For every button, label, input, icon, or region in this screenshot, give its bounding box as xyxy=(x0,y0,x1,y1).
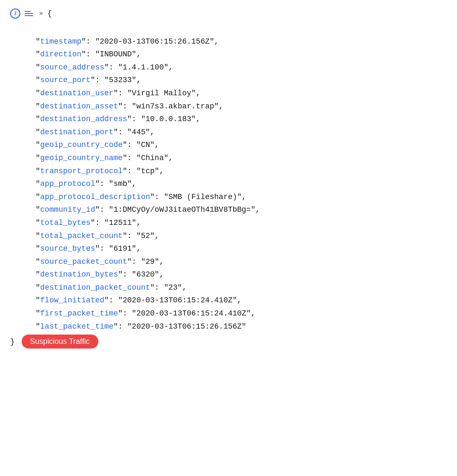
json-value: "29", xyxy=(141,257,164,266)
json-field-line: "community_id": "1:DMCyOy/oWJ3itaeOTh41B… xyxy=(10,203,447,216)
list-icon-bar-3 xyxy=(25,15,33,16)
json-field-line: "destination_bytes": "6320", xyxy=(10,268,447,281)
json-field-line: "first_packet_time": "2020-03-13T06:15:2… xyxy=(10,307,447,320)
indent-spacer xyxy=(10,203,36,216)
json-key[interactable]: destination_port xyxy=(40,128,114,136)
indent-spacer xyxy=(10,35,36,48)
json-value: "6191", xyxy=(109,244,141,253)
json-key[interactable]: destination_user xyxy=(40,89,114,97)
json-value: "2020-03-13T06:15:24.410Z", xyxy=(132,309,256,318)
json-field-line: "last_packet_time": "2020-03-13T06:15:26… xyxy=(10,320,447,333)
json-key[interactable]: source_address xyxy=(40,63,104,72)
indent-spacer xyxy=(10,126,36,139)
json-key[interactable]: destination_address xyxy=(40,115,127,123)
json-key[interactable]: flow_initiated xyxy=(40,296,104,304)
json-value: "53233", xyxy=(104,76,141,84)
indent-spacer xyxy=(10,281,36,294)
indent-spacer xyxy=(10,74,36,87)
indent-spacer xyxy=(10,242,36,255)
json-value: "52", xyxy=(137,232,159,240)
json-value: "2020-03-13T06:15:26.156Z", xyxy=(95,37,219,46)
json-key[interactable]: source_port xyxy=(40,76,91,84)
json-key[interactable]: geoip_country_name xyxy=(40,154,123,162)
json-value: "CN", xyxy=(137,141,159,149)
json-key[interactable]: source_bytes xyxy=(40,244,95,253)
indent-spacer xyxy=(10,87,36,100)
suspicious-traffic-badge[interactable]: Suspicious Traffic xyxy=(22,335,98,349)
chevron-icon: » xyxy=(39,10,43,17)
json-key[interactable]: timestamp xyxy=(40,37,81,46)
json-field-line: "source_port": "53233", xyxy=(10,74,447,87)
list-icon-bar-2 xyxy=(25,13,33,14)
json-value: "6320", xyxy=(132,270,164,279)
indent-spacer xyxy=(10,320,36,333)
json-value: "2020-03-13T06:15:24.410Z", xyxy=(118,296,242,304)
json-key[interactable]: last_packet_time xyxy=(40,322,114,331)
json-field-line: "geoip_country_name": "China", xyxy=(10,152,447,165)
json-field-line: "flow_initiated": "2020-03-13T06:15:24.4… xyxy=(10,294,447,307)
json-key[interactable]: transport_protocol xyxy=(40,167,123,175)
list-icon[interactable] xyxy=(25,8,35,19)
json-field-line: "transport_protocol": "tcp", xyxy=(10,165,447,178)
json-field-line: "timestamp": "2020-03-13T06:15:26.156Z", xyxy=(10,35,447,48)
json-field-line: "source_packet_count": "29", xyxy=(10,255,447,268)
json-viewer: "timestamp": "2020-03-13T06:15:26.156Z",… xyxy=(10,22,447,333)
json-field-line: "destination_port": "445", xyxy=(10,126,447,139)
json-value: "1.4.1.100", xyxy=(118,63,173,72)
json-key[interactable]: source_packet_count xyxy=(40,257,127,266)
json-field-line: "source_address": "1.4.1.100", xyxy=(10,61,447,74)
indent-spacer xyxy=(10,152,36,165)
json-value: "1:DMCyOy/oWJ3itaeOTh41BV8TbBg=", xyxy=(109,205,260,214)
json-key[interactable]: destination_bytes xyxy=(40,270,118,279)
json-key[interactable]: destination_packet_count xyxy=(40,283,150,292)
json-value: "445", xyxy=(127,128,155,136)
json-value: "tcp", xyxy=(137,167,164,175)
indent-spacer xyxy=(10,61,36,74)
json-value: "INBOUND", xyxy=(95,50,141,58)
json-field-line: "geoip_country_code": "CN", xyxy=(10,138,447,152)
json-field-line: "destination_address": "10.0.0.183", xyxy=(10,113,447,126)
json-field-line: "destination_packet_count": "23", xyxy=(10,281,447,294)
json-value: "SMB (Fileshare)", xyxy=(164,193,246,201)
json-key[interactable]: geoip_country_code xyxy=(40,141,123,149)
bottom-row: } Suspicious Traffic xyxy=(10,335,447,349)
json-key[interactable]: total_bytes xyxy=(40,219,91,227)
json-value: "10.0.0.183", xyxy=(141,115,200,123)
json-value: "2020-03-13T06:15:26.156Z" xyxy=(127,322,246,331)
json-key[interactable]: direction xyxy=(40,50,81,58)
json-field-line: "direction": "INBOUND", xyxy=(10,48,447,61)
json-value: "win7s3.akbar.trap", xyxy=(132,102,223,111)
indent-spacer xyxy=(10,230,36,243)
json-key[interactable]: first_packet_time xyxy=(40,309,118,318)
close-brace: } xyxy=(10,338,15,346)
json-field-line: "source_bytes": "6191", xyxy=(10,242,447,255)
indent-spacer xyxy=(10,48,36,61)
json-key[interactable]: app_protocol xyxy=(40,180,95,188)
indent-spacer xyxy=(10,216,36,230)
indent-spacer xyxy=(10,294,36,307)
info-icon[interactable]: i xyxy=(10,8,20,19)
json-field-line: "total_bytes": "12511", xyxy=(10,216,447,230)
json-value: "Virgil Malloy", xyxy=(127,89,201,97)
json-key[interactable]: community_id xyxy=(40,205,95,214)
json-value: "smb", xyxy=(109,180,137,188)
json-field-line: "app_protocol_description": "SMB (Filesh… xyxy=(10,191,447,204)
indent-spacer xyxy=(10,177,36,191)
json-field-line: "destination_asset": "win7s3.akbar.trap"… xyxy=(10,100,447,113)
json-field-line: "app_protocol": "smb", xyxy=(10,177,447,191)
json-key[interactable]: app_protocol_description xyxy=(40,193,150,201)
indent-spacer xyxy=(10,165,36,178)
json-key[interactable]: destination_asset xyxy=(40,102,118,111)
indent-spacer xyxy=(10,268,36,281)
indent-spacer xyxy=(10,100,36,113)
indent-spacer xyxy=(10,307,36,320)
json-field-line: "destination_user": "Virgil Malloy", xyxy=(10,87,447,100)
indent-spacer xyxy=(10,255,36,268)
open-brace: { xyxy=(47,9,52,18)
json-key[interactable]: total_packet_count xyxy=(40,232,123,240)
json-field-line: "total_packet_count": "52", xyxy=(10,230,447,243)
json-value: "China", xyxy=(137,154,173,162)
json-value: "12511", xyxy=(104,219,141,227)
indent-spacer xyxy=(10,113,36,126)
indent-spacer xyxy=(10,138,36,152)
